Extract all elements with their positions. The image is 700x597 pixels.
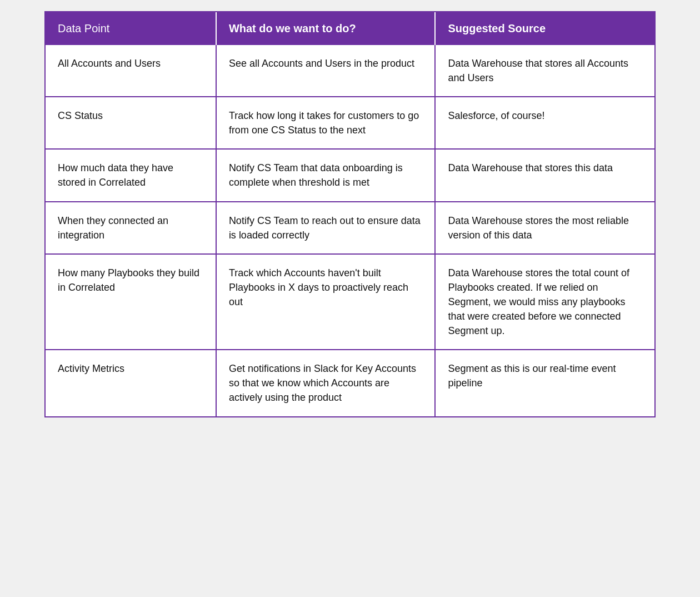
main-table-container: Data Point What do we want to do? Sugges… (44, 11, 656, 417)
table-header-row: Data Point What do we want to do? Sugges… (46, 12, 654, 45)
what-cell: See all Accounts and Users in the produc… (216, 45, 436, 97)
table-row: CS StatusTrack how long it takes for cus… (46, 97, 654, 149)
header-data-point: Data Point (46, 12, 216, 45)
data-point-cell: Activity Metrics (46, 350, 216, 416)
source-cell: Data Warehouse stores the most reliable … (435, 202, 654, 254)
table-row: How many Playbooks they build in Correla… (46, 254, 654, 350)
data-point-cell: How many Playbooks they build in Correla… (46, 254, 216, 350)
what-cell: Track how long it takes for customers to… (216, 97, 436, 149)
source-cell: Data Warehouse that stores this data (435, 149, 654, 201)
table-row: Activity MetricsGet notifications in Sla… (46, 350, 654, 416)
what-cell: Get notifications in Slack for Key Accou… (216, 350, 436, 416)
table-row: How much data they have stored in Correl… (46, 149, 654, 201)
what-cell: Track which Accounts haven't built Playb… (216, 254, 436, 350)
table-row: When they connected an integrationNotify… (46, 202, 654, 254)
source-cell: Data Warehouse that stores all Accounts … (435, 45, 654, 97)
source-cell: Salesforce, of course! (435, 97, 654, 149)
data-table: Data Point What do we want to do? Sugges… (46, 12, 654, 416)
data-point-cell: CS Status (46, 97, 216, 149)
data-point-cell: When they connected an integration (46, 202, 216, 254)
what-cell: Notify CS Team that data onboarding is c… (216, 149, 436, 201)
data-point-cell: How much data they have stored in Correl… (46, 149, 216, 201)
source-cell: Data Warehouse stores the total count of… (435, 254, 654, 350)
header-what: What do we want to do? (216, 12, 436, 45)
what-cell: Notify CS Team to reach out to ensure da… (216, 202, 436, 254)
table-row: All Accounts and UsersSee all Accounts a… (46, 45, 654, 97)
data-point-cell: All Accounts and Users (46, 45, 216, 97)
header-source: Suggested Source (435, 12, 654, 45)
source-cell: Segment as this is our real-time event p… (435, 350, 654, 416)
